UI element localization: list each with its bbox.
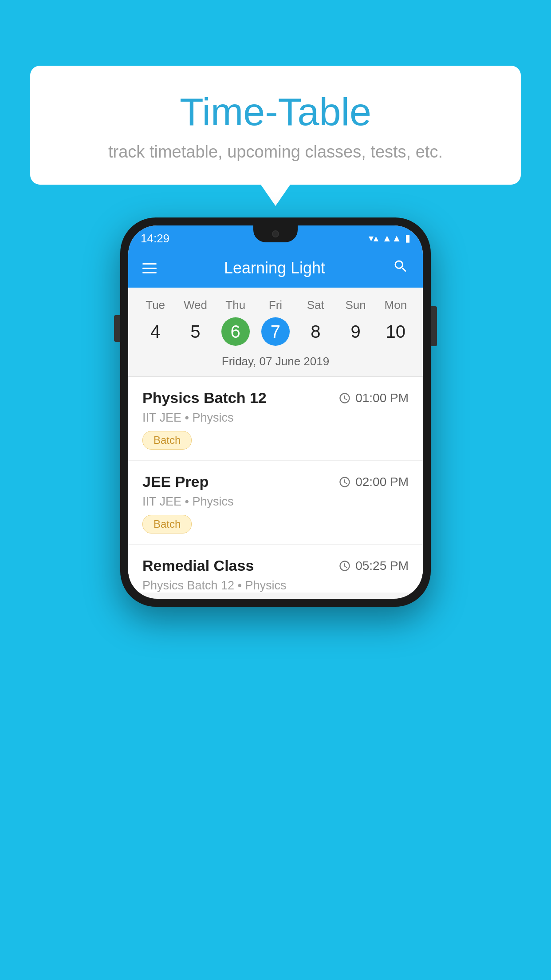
item-subtitle: Physics Batch 12 • Physics [142,579,409,593]
day-col-thu[interactable]: Thu6 [216,298,256,346]
day-col-sat[interactable]: Sat8 [295,298,335,346]
schedule-list: Physics Batch 1201:00 PMIIT JEE • Physic… [128,377,423,593]
battery-icon: ▮ [405,233,410,244]
day-number[interactable]: 8 [301,317,330,346]
day-name: Sun [345,298,366,312]
item-subtitle: IIT JEE • Physics [142,411,409,425]
app-title: Learning Light [224,259,325,277]
item-header: Physics Batch 1201:00 PM [142,389,409,407]
time-text: 01:00 PM [355,391,409,405]
phone-notch [253,225,298,242]
day-name: Mon [385,298,407,312]
day-number[interactable]: 9 [342,317,370,346]
time-text: 02:00 PM [355,475,409,489]
batch-badge: Batch [142,431,192,450]
day-name: Sat [307,298,324,312]
schedule-item[interactable]: Remedial Class05:25 PMPhysics Batch 12 •… [128,545,423,593]
calendar-header: Tue4Wed5Thu6Fri7Sat8Sun9Mon10 Friday, 07… [128,288,423,377]
day-name: Thu [225,298,245,312]
phone-mockup: 14:29 ▾▴ ▲▲ ▮ Learning Light [120,217,431,607]
day-col-sun[interactable]: Sun9 [335,298,375,346]
item-subtitle: IIT JEE • Physics [142,495,409,509]
item-title: Remedial Class [142,557,254,574]
item-header: JEE Prep02:00 PM [142,473,409,490]
batch-badge: Batch [142,515,192,533]
selected-date-label: Friday, 07 June 2019 [128,349,423,376]
schedule-item[interactable]: JEE Prep02:00 PMIIT JEE • PhysicsBatch [128,461,423,545]
clock-icon [338,560,351,572]
item-time: 05:25 PM [338,559,409,573]
status-icons: ▾▴ ▲▲ ▮ [369,233,410,244]
day-col-mon[interactable]: Mon10 [376,298,416,346]
signal-icon: ▲▲ [382,233,401,244]
clock-icon [338,392,351,404]
phone-outer: 14:29 ▾▴ ▲▲ ▮ Learning Light [120,217,431,607]
bubble-title: Time-Table [57,91,494,134]
day-col-tue[interactable]: Tue4 [135,298,175,346]
days-row: Tue4Wed5Thu6Fri7Sat8Sun9Mon10 [128,295,423,349]
day-number[interactable]: 4 [141,317,169,346]
day-name: Fri [269,298,282,312]
day-name: Wed [184,298,207,312]
day-number[interactable]: 10 [382,317,410,346]
menu-icon[interactable] [142,263,157,273]
camera-icon [272,230,279,237]
item-time: 02:00 PM [338,475,409,489]
status-time: 14:29 [141,232,169,245]
time-text: 05:25 PM [355,559,409,573]
clock-icon [338,476,351,488]
speech-bubble: Time-Table track timetable, upcoming cla… [30,66,521,185]
day-number[interactable]: 7 [261,317,290,346]
speech-bubble-container: Time-Table track timetable, upcoming cla… [30,66,521,185]
day-number[interactable]: 6 [221,317,250,346]
item-header: Remedial Class05:25 PM [142,557,409,574]
app-bar: Learning Light [128,249,423,288]
phone-screen: 14:29 ▾▴ ▲▲ ▮ Learning Light [128,225,423,599]
bubble-subtitle: track timetable, upcoming classes, tests… [57,142,494,162]
day-col-fri[interactable]: Fri7 [256,298,295,346]
item-time: 01:00 PM [338,391,409,405]
item-title: Physics Batch 12 [142,389,267,407]
day-col-wed[interactable]: Wed5 [175,298,215,346]
schedule-item[interactable]: Physics Batch 1201:00 PMIIT JEE • Physic… [128,377,423,461]
search-icon[interactable] [393,258,409,278]
wifi-icon: ▾▴ [369,233,378,244]
day-number[interactable]: 5 [181,317,209,346]
day-name: Tue [146,298,165,312]
item-title: JEE Prep [142,473,209,490]
